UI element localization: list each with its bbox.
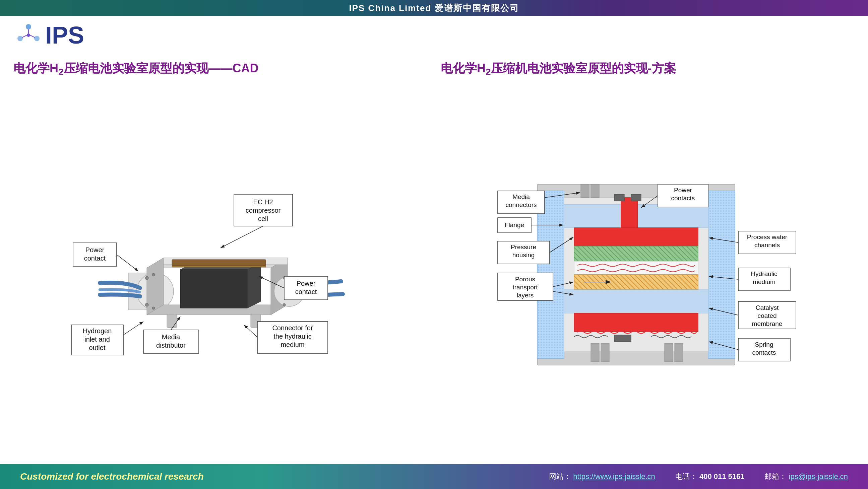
svg-rect-83 xyxy=(601,343,609,362)
svg-point-3 xyxy=(27,33,30,37)
svg-line-34 xyxy=(117,255,138,271)
svg-text:layers: layers xyxy=(517,292,533,299)
svg-rect-71 xyxy=(574,228,698,246)
svg-text:Process water: Process water xyxy=(747,233,787,240)
svg-text:Power: Power xyxy=(674,187,692,194)
svg-text:inlet and: inlet and xyxy=(85,336,110,343)
svg-point-24 xyxy=(145,303,149,306)
svg-text:distributor: distributor xyxy=(156,341,186,349)
svg-rect-81 xyxy=(614,335,631,341)
svg-point-26 xyxy=(152,307,155,309)
svg-rect-87 xyxy=(591,184,599,198)
cad-diagram-svg: Power contact EC H2 compressor cell Powe… xyxy=(70,177,371,372)
main-content: 电化学H2压缩电池实验室原型的实现——CAD xyxy=(0,60,868,462)
svg-text:compressor: compressor xyxy=(245,207,280,214)
svg-text:housing: housing xyxy=(512,252,534,259)
website-link[interactable]: https://www.ips-jaissle.cn xyxy=(573,472,655,481)
svg-text:coated: coated xyxy=(757,312,776,319)
svg-text:transport: transport xyxy=(513,284,538,291)
svg-point-2 xyxy=(34,36,39,41)
svg-text:Flange: Flange xyxy=(504,221,524,228)
email-info: 邮箱： ips@ips-jaissle.cn xyxy=(765,471,848,482)
svg-marker-18 xyxy=(180,270,247,308)
svg-text:Hydraulic: Hydraulic xyxy=(751,270,777,277)
svg-text:contacts: contacts xyxy=(671,195,695,202)
svg-rect-84 xyxy=(664,343,673,362)
svg-rect-74 xyxy=(631,194,641,201)
svg-rect-29 xyxy=(167,314,177,328)
email-link[interactable]: ips@ips-jaissle.cn xyxy=(789,472,848,481)
svg-text:medium: medium xyxy=(753,278,775,285)
footer: Customized for electrochemical research … xyxy=(0,464,868,489)
svg-rect-73 xyxy=(614,194,624,201)
svg-rect-82 xyxy=(591,343,599,362)
svg-text:the hydraulic: the hydraulic xyxy=(274,333,311,340)
logo-area: IPS xyxy=(13,20,84,50)
svg-text:Connector for: Connector for xyxy=(272,324,313,332)
right-panel: 电化学H2压缩机电池实验室原型的实现-方案 xyxy=(434,60,855,462)
svg-text:contact: contact xyxy=(84,255,105,262)
svg-marker-19 xyxy=(247,263,261,308)
svg-point-23 xyxy=(145,276,149,280)
svg-rect-86 xyxy=(581,184,589,198)
svg-text:Power: Power xyxy=(85,246,104,254)
right-section-title: 电化学H2压缩机电池实验室原型的实现-方案 xyxy=(441,60,855,77)
svg-text:Media: Media xyxy=(513,193,530,200)
phone-info: 电话： 400 011 5161 xyxy=(675,471,745,482)
left-section-title: 电化学H2压缩电池实验室原型的实现——CAD xyxy=(13,60,427,77)
svg-line-5 xyxy=(22,35,27,37)
svg-text:Pressure: Pressure xyxy=(510,243,536,251)
svg-rect-76 xyxy=(574,261,698,275)
svg-rect-85 xyxy=(675,343,683,362)
svg-rect-79 xyxy=(564,290,708,313)
logo-icon xyxy=(13,20,43,50)
svg-text:EC H2: EC H2 xyxy=(253,198,273,206)
footer-tagline: Customized for electrochemical research xyxy=(20,471,549,482)
svg-rect-20 xyxy=(172,260,266,266)
svg-rect-72 xyxy=(621,198,638,228)
svg-text:connectors: connectors xyxy=(505,201,536,208)
svg-text:channels: channels xyxy=(754,241,779,249)
left-panel: 电化学H2压缩电池实验室原型的实现——CAD xyxy=(13,60,434,462)
svg-point-0 xyxy=(26,24,31,30)
svg-rect-80 xyxy=(574,313,698,332)
svg-line-48 xyxy=(123,322,144,335)
svg-text:contacts: contacts xyxy=(752,349,776,356)
schema-diagram-container: Media connectors Power contacts Flange P… xyxy=(441,87,855,462)
svg-text:Power: Power xyxy=(296,280,315,287)
svg-point-1 xyxy=(18,36,23,41)
svg-text:cell: cell xyxy=(258,215,268,222)
svg-text:Media: Media xyxy=(161,333,180,340)
svg-point-28 xyxy=(283,303,285,306)
svg-text:outlet: outlet xyxy=(89,344,105,351)
website-info: 网站： https://www.ips-jaissle.cn xyxy=(549,471,655,482)
svg-rect-21 xyxy=(172,266,266,267)
svg-line-39 xyxy=(220,226,263,248)
svg-rect-68 xyxy=(708,191,735,358)
logo-text: IPS xyxy=(45,23,84,47)
svg-text:contact: contact xyxy=(295,288,317,295)
footer-contact-info: 网站： https://www.ips-jaissle.cn 电话： 400 0… xyxy=(549,471,848,482)
svg-text:Catalyst: Catalyst xyxy=(755,304,778,311)
svg-text:membrane: membrane xyxy=(752,320,782,327)
header-text: IPS China Limted 爱谱斯中国有限公司 xyxy=(349,2,519,14)
svg-text:medium: medium xyxy=(280,341,304,348)
svg-line-6 xyxy=(30,35,35,37)
svg-text:Hydrogen: Hydrogen xyxy=(83,327,112,335)
svg-rect-75 xyxy=(574,246,698,261)
schema-diagram-svg: Media connectors Power contacts Flange P… xyxy=(497,177,799,372)
cad-diagram-container: Power contact EC H2 compressor cell Powe… xyxy=(13,87,427,462)
top-header-bar: IPS China Limted 爱谱斯中国有限公司 xyxy=(0,0,868,16)
svg-point-25 xyxy=(152,273,155,276)
svg-text:Spring: Spring xyxy=(755,341,773,348)
svg-text:Porous: Porous xyxy=(515,275,535,283)
svg-marker-14 xyxy=(147,258,163,315)
